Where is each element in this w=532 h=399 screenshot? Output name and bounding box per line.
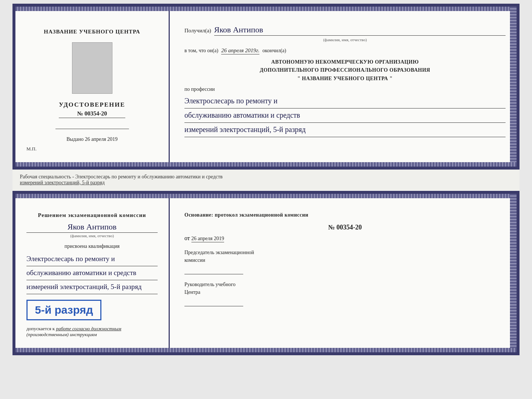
razryad-badge: 5-й разряд (26, 300, 101, 320)
issued-date: Выдано 26 апреля 2019 (66, 136, 118, 142)
rukovoditel-block: Руководитель учебного Центра (184, 282, 506, 306)
org-line1: АВТОНОМНУЮ НЕКОММЕРЧЕСКУЮ ОРГАНИЗАЦИЮ (184, 58, 506, 66)
chairman-sig-line (184, 267, 243, 274)
cert-number: № 00354-20 (59, 110, 125, 118)
rukovoditel-title2: Центра (184, 289, 506, 295)
qual-line2: обслуживанию автоматики и средств (26, 266, 158, 280)
diploma-bottom: Решением экзаменационной комиссии Яков А… (12, 191, 520, 355)
recipient-line: Получил(а) Яков Антипов (184, 25, 506, 36)
po-professii: по профессии (184, 86, 506, 92)
okончил-label: окончил(а) (262, 48, 286, 54)
profession-line1: Электрослесарь по ремонту и (184, 94, 506, 108)
chairman-title-line1: Председатель экзаменационной (184, 250, 506, 256)
diploma-bottom-left: Решением экзаменационной комиссии Яков А… (15, 194, 170, 352)
ot-label: от (184, 235, 190, 241)
middle-text-line2: измерений электростанций, 5-й разряд (20, 180, 105, 185)
vtom-label: в том, что он(а) (184, 48, 218, 54)
qual-line1: Электрослесарь по ремонту и (26, 252, 158, 266)
diploma-top-left: НАЗВАНИЕ УЧЕБНОГО ЦЕНТРА УДОСТОВЕРЕНИЕ №… (15, 7, 170, 167)
issued-label: Выдано (66, 136, 84, 142)
vtom-line: в том, что он(а) 26 апреля 2019г. окончи… (184, 47, 506, 54)
photo-placeholder (72, 42, 112, 94)
chairman-title-line2: комиссии (184, 257, 506, 263)
mp-label: М.П. (26, 146, 36, 152)
signature-line-top (55, 122, 129, 129)
dopuskaetsya-label: допускается к (26, 326, 55, 331)
recipient-label: Получил(а) (184, 28, 211, 34)
udostoverenie-title: УДОСТОВЕРЕНИЕ (59, 101, 125, 108)
chairman-block: Председатель экзаменационной комиссии (184, 250, 506, 274)
ot-line: от 26 апреля 2019 (184, 235, 506, 242)
org-line3: " НАЗВАНИЕ УЧЕБНОГО ЦЕНТРА " (184, 75, 506, 83)
diploma-top-right: Получил(а) Яков Антипов (фамилия, имя, о… (170, 7, 517, 167)
dopuskaetsya-underline: работе согласно должностным (56, 326, 121, 331)
org-line2: ДОПОЛНИТЕЛЬНОГО ПРОФЕССИОНАЛЬНОГО ОБРАЗО… (184, 66, 506, 74)
fio-subtitle-top: (фамилия, имя, отчество) (184, 38, 506, 42)
bottom-name: Яков Антипов (26, 222, 158, 233)
top-center-title: НАЗВАНИЕ УЧЕБНОГО ЦЕНТРА (44, 29, 140, 35)
middle-text-block: Рабочая специальность - Электрослесарь п… (12, 170, 520, 190)
rukovoditel-sig-line (184, 299, 243, 306)
profession-block: Электрослесарь по ремонту и обслуживанию… (184, 94, 506, 137)
dopuskaetsya-text: работе согласно должностным (56, 326, 121, 331)
qual-line3: измерений электростанций, 5-й разряд (26, 280, 158, 294)
profession-line2: обслуживанию автоматики и средств (184, 108, 506, 123)
fio-subtitle-bottom: (фамилия, имя, отчество) (26, 234, 158, 238)
osnovanie-title: Основание: протокол экзаменационной коми… (184, 212, 506, 218)
ot-date: 26 апреля 2019 (191, 236, 224, 242)
vtom-date: 26 апреля 2019г. (221, 47, 259, 54)
rukovoditel-title1: Руководитель учебного (184, 282, 506, 288)
dopuskaetsya-block: допускается к работе согласно должностны… (26, 326, 158, 338)
side-deco-right (510, 7, 517, 167)
dopuskaetsya-text2: (производственным) инструкциям (26, 332, 97, 337)
recipient-name: Яков Антипов (214, 25, 506, 36)
side-deco-right-bottom (510, 194, 517, 352)
diploma-top: НАЗВАНИЕ УЧЕБНОГО ЦЕНТРА УДОСТОВЕРЕНИЕ №… (12, 4, 520, 170)
org-block: АВТОНОМНУЮ НЕКОММЕРЧЕСКУЮ ОРГАНИЗАЦИЮ ДО… (184, 58, 506, 83)
issued-date-value: 26 апреля 2019 (85, 136, 118, 142)
udostoverenie-block: УДОСТОВЕРЕНИЕ № 00354-20 (59, 101, 125, 118)
middle-text-line1: Рабочая специальность - Электрослесарь п… (20, 174, 223, 179)
diploma-bottom-right: Основание: протокол экзаменационной коми… (170, 194, 517, 352)
resheniem-title: Решением экзаменационной комиссии (26, 212, 158, 218)
qual-block: Электрослесарь по ремонту и обслуживанию… (26, 252, 158, 294)
protocol-number: № 00354-20 (184, 224, 506, 231)
prisvoena-label: присвоена квалификация (26, 243, 158, 249)
profession-line3: измерений электростанций, 5-й разряд (184, 123, 506, 137)
